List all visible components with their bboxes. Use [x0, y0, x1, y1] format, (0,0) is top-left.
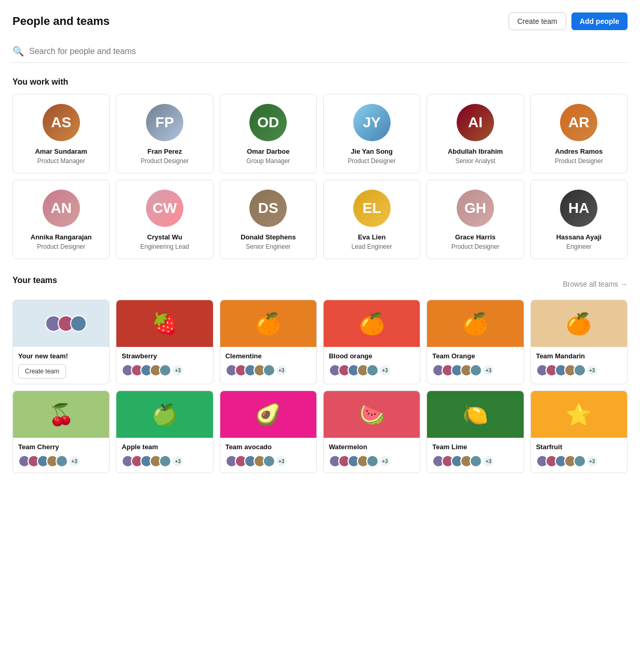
- team-image-watermelon: 🍉: [324, 391, 420, 438]
- person-card-eva[interactable]: EL Eva Lien Lead Engineer: [323, 180, 420, 259]
- new-team-avatar-2: [70, 315, 87, 332]
- create-team-button[interactable]: Create team: [509, 12, 566, 30]
- team-avatar-count: +3: [586, 364, 598, 377]
- person-card-donald[interactable]: DS Donald Stephens Senior Engineer: [220, 180, 317, 259]
- team-image-blood-orange: 🍊: [324, 300, 420, 347]
- person-name-annika: Annika Rangarajan: [31, 233, 92, 241]
- person-role-donald: Senior Engineer: [246, 243, 290, 250]
- search-input[interactable]: [29, 47, 628, 56]
- team-avatars: +3: [432, 364, 518, 377]
- person-name-fran: Fran Perez: [148, 147, 182, 155]
- team-card-team-lime[interactable]: 🍋 Team Lime +3: [426, 391, 524, 473]
- person-name-andres: Andres Ramos: [555, 147, 603, 155]
- team-member-avatar-4: [263, 455, 275, 467]
- search-bar: 🔍: [12, 41, 628, 63]
- person-card-andres[interactable]: AR Andres Ramos Product Designer: [530, 94, 628, 173]
- team-body-team-avocado: Team avocado +3: [220, 438, 316, 473]
- team-name-apple-team: Apple team: [122, 443, 207, 451]
- teams-grid-row2: 🍒 Team Cherry +3 🍏 Apple team +3 🥑 Team …: [12, 391, 628, 473]
- search-icon: 🔍: [12, 46, 24, 57]
- team-image-team-mandarin: 🍊: [531, 300, 627, 347]
- person-card-crystal[interactable]: CW Crystal Wu Engineering Lead: [116, 180, 213, 259]
- team-card-team-cherry[interactable]: 🍒 Team Cherry +3: [12, 391, 110, 473]
- browse-all-link[interactable]: Browse all teams →: [563, 280, 628, 288]
- team-card-watermelon[interactable]: 🍉 Watermelon +3: [323, 391, 420, 473]
- avatar-omar: OD: [249, 104, 287, 141]
- person-role-amar: Product Manager: [37, 157, 85, 165]
- person-card-omar[interactable]: OD Omar Darboe Group Manager: [220, 94, 317, 173]
- team-avatars: +3: [536, 364, 622, 377]
- team-card-apple-team[interactable]: 🍏 Apple team +3: [116, 391, 213, 473]
- avatar-abdullah: AI: [457, 104, 494, 141]
- create-team-small-button[interactable]: Create team: [18, 364, 66, 379]
- person-card-jie[interactable]: JY Jie Yan Song Product Designer: [323, 94, 420, 173]
- person-name-omar: Omar Darboe: [247, 147, 289, 155]
- team-card-starfruit[interactable]: ⭐ Starfruit +3: [530, 391, 628, 473]
- team-card-strawberry[interactable]: 🍓 Strawberry +3: [116, 300, 213, 384]
- team-avatars: +3: [536, 455, 622, 467]
- team-image-team-cherry: 🍒: [13, 391, 109, 438]
- person-card-hassana[interactable]: HA Hassana Ayaji Engineer: [530, 180, 628, 259]
- team-card-team-mandarin[interactable]: 🍊 Team Mandarin +3: [530, 300, 628, 384]
- person-name-jie: Jie Yan Song: [351, 147, 393, 155]
- team-avatar-count: +3: [171, 455, 184, 467]
- person-role-hassana: Engineer: [566, 243, 591, 250]
- team-name-starfruit: Starfruit: [536, 443, 622, 451]
- avatar-andres: AR: [560, 104, 597, 141]
- team-member-avatar-4: [470, 364, 482, 377]
- team-image-starfruit: ⭐: [531, 391, 627, 438]
- person-card-amar[interactable]: AS Amar Sundaram Product Manager: [12, 94, 110, 173]
- team-avatar-count: +3: [275, 455, 288, 467]
- team-image-strawberry: 🍓: [116, 300, 212, 347]
- team-name-team-mandarin: Team Mandarin: [536, 352, 622, 360]
- new-team-name: Your new team!: [18, 352, 104, 360]
- team-name-team-cherry: Team Cherry: [18, 443, 104, 451]
- team-image-clementine: 🍊: [220, 300, 316, 347]
- team-body-team-lime: Team Lime +3: [427, 438, 523, 473]
- team-member-avatar-4: [263, 364, 275, 377]
- you-work-with-section: You work with AS Amar Sundaram Product M…: [12, 77, 628, 259]
- team-card-blood-orange[interactable]: 🍊 Blood orange +3: [323, 300, 420, 384]
- new-team-card[interactable]: Your new team! Create team: [12, 300, 110, 384]
- team-card-team-avocado[interactable]: 🥑 Team avocado +3: [220, 391, 317, 473]
- page-title: People and teams: [12, 15, 110, 28]
- person-name-hassana: Hassana Ayaji: [556, 233, 602, 241]
- page-header: People and teams Create team Add people: [12, 12, 628, 30]
- team-card-clementine[interactable]: 🍊 Clementine +3: [220, 300, 317, 384]
- person-name-grace: Grace Harris: [455, 233, 496, 241]
- person-card-grace[interactable]: GH Grace Harris Product Designer: [426, 180, 524, 259]
- team-avatar-count: +3: [379, 364, 391, 377]
- teams-section-header: Your teams Browse all teams →: [12, 276, 628, 292]
- team-member-avatar-4: [470, 455, 482, 467]
- person-role-omar: Group Manager: [246, 157, 290, 165]
- person-card-fran[interactable]: FP Fran Perez Product Designer: [116, 94, 213, 173]
- team-member-avatar-4: [159, 455, 171, 467]
- person-role-eva: Lead Engineer: [352, 243, 392, 250]
- person-role-fran: Product Designer: [141, 157, 189, 165]
- team-avatars: +3: [329, 455, 415, 467]
- person-name-crystal: Crystal Wu: [147, 233, 182, 241]
- avatar-annika: AN: [43, 190, 80, 227]
- team-avatars: +3: [122, 455, 207, 467]
- team-member-avatar-4: [366, 455, 379, 467]
- person-card-abdullah[interactable]: AI Abdullah Ibrahim Senior Analyst: [426, 94, 524, 173]
- person-role-andres: Product Designer: [555, 157, 603, 165]
- team-body-apple-team: Apple team +3: [116, 438, 212, 473]
- person-role-jie: Product Designer: [348, 157, 396, 165]
- team-card-team-orange[interactable]: 🍊 Team Orange +3: [426, 300, 524, 384]
- team-image-team-avocado: 🥑: [220, 391, 316, 438]
- person-role-abdullah: Senior Analyst: [456, 157, 496, 165]
- person-name-donald: Donald Stephens: [241, 233, 296, 241]
- person-name-abdullah: Abdullah Ibrahim: [448, 147, 503, 155]
- team-body-strawberry: Strawberry +3: [116, 347, 212, 382]
- avatar-grace: GH: [457, 190, 494, 227]
- avatar-eva: EL: [353, 190, 391, 227]
- person-card-annika[interactable]: AN Annika Rangarajan Product Designer: [12, 180, 110, 259]
- avatar-jie: JY: [353, 104, 391, 141]
- team-body-starfruit: Starfruit +3: [531, 438, 627, 473]
- team-name-blood-orange: Blood orange: [329, 352, 415, 360]
- add-people-button[interactable]: Add people: [571, 12, 628, 30]
- team-avatar-count: +3: [275, 364, 288, 377]
- team-avatars: +3: [329, 364, 415, 377]
- avatar-donald: DS: [249, 190, 287, 227]
